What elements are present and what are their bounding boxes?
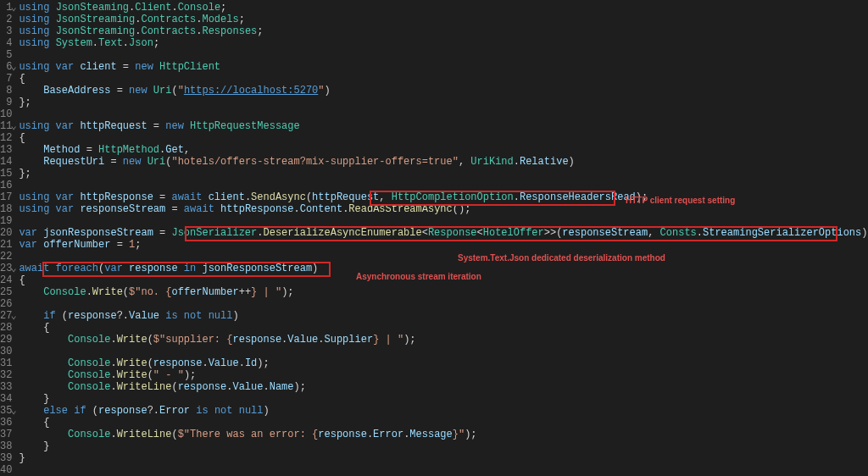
code-line[interactable] [19, 251, 868, 263]
code-line[interactable]: } [19, 393, 868, 405]
code-line[interactable]: using System.Text.Json; [19, 37, 868, 49]
token-pln: Get [165, 144, 184, 156]
fold-marker-icon[interactable]: ⌄ [10, 263, 19, 274]
token-pln: StreamingSerializerOptions [703, 227, 861, 239]
token-pun: . [239, 357, 245, 369]
token-pln: Id [245, 357, 257, 369]
code-line[interactable]: BaseAddress = new Uri("https://localhost… [19, 85, 868, 97]
code-line[interactable]: Console.Write($"no. {offerNumber++} | ")… [19, 286, 868, 298]
code-line[interactable] [19, 108, 868, 120]
token-pun: { [19, 274, 25, 286]
line-number: 10 [0, 108, 12, 120]
code-line[interactable]: ⌄using var client = new HttpClient [19, 61, 868, 73]
token-pun: }; [19, 97, 31, 108]
code-line[interactable]: Console.Write($"supplier: {response.Valu… [19, 334, 868, 346]
line-number: 38 [0, 440, 12, 452]
token-pun [19, 429, 68, 440]
token-cls: Console [43, 286, 86, 298]
line-number: 19 [0, 215, 12, 227]
code-line[interactable] [19, 346, 868, 357]
token-kw: new [165, 120, 190, 132]
token-pun: . [110, 381, 116, 393]
code-line[interactable]: Console.Write(" - "); [19, 369, 868, 381]
fold-marker-icon[interactable]: ⌄ [10, 61, 19, 73]
token-pun: ( [147, 357, 153, 369]
token-pun: . [263, 381, 269, 393]
code-line[interactable]: } [19, 440, 868, 452]
code-line[interactable]: }; [19, 97, 868, 108]
code-line[interactable]: { [19, 73, 868, 85]
token-pun: ); [184, 369, 196, 381]
token-pun: . [110, 369, 116, 381]
token-cls: JsonSerializer [171, 227, 257, 239]
code-line[interactable]: Console.WriteLine($"There was an error: … [19, 429, 868, 440]
code-line[interactable]: using var httpResponse = await client.Se… [19, 191, 868, 203]
token-kw: var [19, 227, 43, 239]
code-line[interactable]: ⌄using JsonSteaming.Client.Console; [19, 2, 868, 14]
code-editor[interactable]: 1234567891011121314151617181920212223242… [0, 0, 868, 476]
token-pln: response [318, 429, 367, 440]
token-str: }" [453, 429, 465, 440]
token-pun: { [19, 417, 49, 429]
fold-marker-icon[interactable]: ⌄ [10, 2, 19, 14]
fold-marker-icon[interactable]: ⌄ [10, 405, 19, 417]
code-line[interactable]: }; [19, 168, 868, 180]
fold-marker-icon[interactable]: ⌄ [10, 310, 19, 322]
token-kw: using var [19, 191, 80, 203]
line-number: 32 [0, 369, 12, 381]
line-number: 39 [0, 452, 12, 464]
code-area[interactable]: ⌄using JsonSteaming.Client.Console;using… [19, 0, 868, 476]
token-mth: Write [117, 357, 147, 369]
code-line[interactable]: ⌄using var httpRequest = new HttpRequest… [19, 120, 868, 132]
code-line[interactable]: var jsonResponseStream = JsonSerializer.… [19, 227, 868, 239]
code-line[interactable] [19, 464, 868, 476]
code-line[interactable] [19, 49, 868, 61]
token-cls: Console [68, 357, 110, 369]
line-number: 34 [0, 393, 12, 405]
code-line[interactable] [19, 215, 868, 227]
code-line[interactable] [19, 180, 868, 191]
token-pun: ; [239, 14, 245, 25]
token-url: https://localhost:5270 [184, 85, 318, 97]
token-pln: Error [373, 429, 403, 440]
fold-marker-icon[interactable]: ⌄ [10, 120, 19, 132]
annotation-deserialization: System.Text.Json dedicated deserializati… [458, 253, 665, 263]
token-kw: using var [19, 61, 80, 73]
token-kw: new [135, 61, 159, 73]
token-mth: Write [92, 286, 123, 298]
code-line[interactable]: RequestUri = new Uri("hotels/offers-stre… [19, 156, 868, 168]
code-line[interactable]: { [19, 132, 868, 144]
token-pln: responseStream [562, 227, 648, 239]
token-pun [19, 381, 68, 393]
code-line[interactable]: using JsonStreaming.Contracts.Models; [19, 14, 868, 25]
code-line[interactable]: Method = HttpMethod.Get, [19, 144, 868, 156]
token-cls: HttpClient [159, 61, 220, 73]
token-kw: var [19, 239, 43, 251]
line-number: 40 [0, 464, 12, 476]
code-line[interactable] [19, 298, 868, 310]
token-pun: = [153, 191, 172, 203]
token-kw: is not null [190, 405, 263, 417]
code-line[interactable]: using var responseStream = await httpRes… [19, 203, 868, 215]
token-kw: is not null [159, 310, 232, 322]
token-str: $"There was an error: { [178, 429, 319, 440]
token-cls: System [56, 37, 92, 49]
token-str: $"no. { [129, 286, 171, 298]
code-line[interactable]: Console.WriteLine(response.Value.Name); [19, 381, 868, 393]
token-pun: . [514, 191, 520, 203]
line-number: 21 [0, 239, 12, 251]
code-line[interactable]: var offerNumber = 1; [19, 239, 868, 251]
code-line[interactable]: ⌄ if (response?.Value is not null) [19, 310, 868, 322]
code-line[interactable]: } [19, 452, 868, 464]
code-line[interactable]: ⌄ else if (response?.Error is not null) [19, 405, 868, 417]
token-pun: ( [171, 429, 177, 440]
token-pln: Value [232, 381, 263, 393]
code-line[interactable]: Console.Write(response.Value.Id); [19, 357, 868, 369]
token-pln: response [178, 381, 227, 393]
token-kw: var [104, 263, 129, 274]
code-line[interactable]: using JsonStreaming.Contracts.Responses; [19, 25, 868, 37]
token-pun: ); [465, 429, 476, 440]
token-kw: new [123, 156, 147, 168]
code-line[interactable]: { [19, 417, 868, 429]
code-line[interactable]: { [19, 322, 868, 334]
